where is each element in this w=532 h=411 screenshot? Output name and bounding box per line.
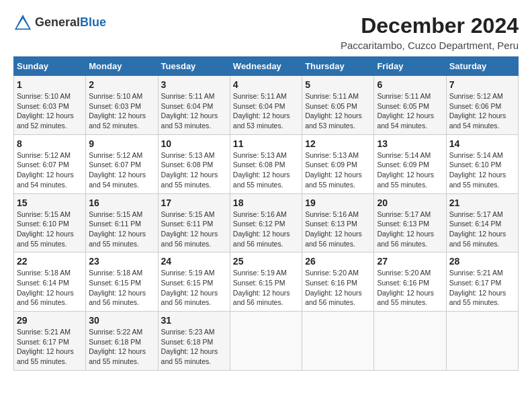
day-detail: Sunrise: 5:15 AMSunset: 6:10 PMDaylight:… xyxy=(17,210,74,248)
calendar-week-3: 15 Sunrise: 5:15 AMSunset: 6:10 PMDaylig… xyxy=(14,193,519,253)
day-number: 5 xyxy=(305,79,371,90)
calendar-week-2: 8 Sunrise: 5:12 AMSunset: 6:07 PMDayligh… xyxy=(14,134,519,193)
day-number: 21 xyxy=(449,197,515,208)
weekday-header-tuesday: Tuesday xyxy=(158,57,230,76)
calendar-cell: 13 Sunrise: 5:14 AMSunset: 6:09 PMDaylig… xyxy=(374,134,446,193)
day-detail: Sunrise: 5:10 AMSunset: 6:03 PMDaylight:… xyxy=(89,92,146,130)
weekday-header-saturday: Saturday xyxy=(446,57,518,76)
calendar-cell: 24 Sunrise: 5:19 AMSunset: 6:15 PMDaylig… xyxy=(158,253,230,312)
day-detail: Sunrise: 5:19 AMSunset: 6:15 PMDaylight:… xyxy=(161,269,218,306)
day-number: 28 xyxy=(449,256,515,267)
title-area: December 2024 Paccaritambo, Cuzco Depart… xyxy=(341,13,519,51)
calendar-cell: 5 Sunrise: 5:11 AMSunset: 6:05 PMDayligh… xyxy=(302,76,374,135)
calendar-cell: 21 Sunrise: 5:17 AMSunset: 6:14 PMDaylig… xyxy=(446,193,518,253)
day-number: 19 xyxy=(305,197,371,208)
calendar-cell: 2 Sunrise: 5:10 AMSunset: 6:03 PMDayligh… xyxy=(86,76,158,135)
calendar-cell: 10 Sunrise: 5:13 AMSunset: 6:08 PMDaylig… xyxy=(158,134,230,193)
calendar-week-1: 1 Sunrise: 5:10 AMSunset: 6:03 PMDayligh… xyxy=(14,76,519,135)
day-number: 12 xyxy=(305,138,371,149)
day-number: 24 xyxy=(161,256,227,267)
day-detail: Sunrise: 5:18 AMSunset: 6:14 PMDaylight:… xyxy=(17,269,74,306)
calendar-cell: 9 Sunrise: 5:12 AMSunset: 6:07 PMDayligh… xyxy=(86,134,158,193)
day-detail: Sunrise: 5:15 AMSunset: 6:11 PMDaylight:… xyxy=(161,210,218,248)
day-detail: Sunrise: 5:13 AMSunset: 6:08 PMDaylight:… xyxy=(161,151,218,189)
calendar-cell xyxy=(302,312,374,371)
calendar-body: 1 Sunrise: 5:10 AMSunset: 6:03 PMDayligh… xyxy=(14,76,519,371)
calendar-cell xyxy=(230,312,302,371)
day-number: 26 xyxy=(305,256,371,267)
calendar-table: SundayMondayTuesdayWednesdayThursdayFrid… xyxy=(13,56,519,371)
day-number: 1 xyxy=(17,79,83,90)
calendar-subtitle: Paccaritambo, Cuzco Department, Peru xyxy=(341,40,519,51)
generalblue-icon xyxy=(13,13,32,32)
day-number: 27 xyxy=(377,256,443,267)
day-number: 20 xyxy=(377,197,443,208)
logo-general: General xyxy=(35,16,80,30)
calendar-cell: 1 Sunrise: 5:10 AMSunset: 6:03 PMDayligh… xyxy=(14,76,86,135)
calendar-cell: 20 Sunrise: 5:17 AMSunset: 6:13 PMDaylig… xyxy=(374,193,446,253)
calendar-cell: 25 Sunrise: 5:19 AMSunset: 6:15 PMDaylig… xyxy=(230,253,302,312)
weekday-header-monday: Monday xyxy=(86,57,158,76)
day-detail: Sunrise: 5:17 AMSunset: 6:14 PMDaylight:… xyxy=(449,210,506,248)
calendar-cell: 12 Sunrise: 5:13 AMSunset: 6:09 PMDaylig… xyxy=(302,134,374,193)
day-number: 25 xyxy=(233,256,299,267)
day-number: 2 xyxy=(89,79,154,90)
weekday-header-wednesday: Wednesday xyxy=(230,57,302,76)
day-detail: Sunrise: 5:21 AMSunset: 6:17 PMDaylight:… xyxy=(17,328,74,365)
day-detail: Sunrise: 5:17 AMSunset: 6:13 PMDaylight:… xyxy=(377,210,434,248)
day-detail: Sunrise: 5:19 AMSunset: 6:15 PMDaylight:… xyxy=(233,269,290,306)
calendar-cell: 8 Sunrise: 5:12 AMSunset: 6:07 PMDayligh… xyxy=(14,134,86,193)
calendar-cell: 11 Sunrise: 5:13 AMSunset: 6:08 PMDaylig… xyxy=(230,134,302,193)
day-number: 4 xyxy=(233,79,299,90)
day-detail: Sunrise: 5:11 AMSunset: 6:05 PMDaylight:… xyxy=(377,92,434,130)
logo: General Blue xyxy=(13,13,106,32)
day-detail: Sunrise: 5:15 AMSunset: 6:11 PMDaylight:… xyxy=(89,210,146,248)
calendar-cell: 16 Sunrise: 5:15 AMSunset: 6:11 PMDaylig… xyxy=(86,193,158,253)
day-detail: Sunrise: 5:22 AMSunset: 6:18 PMDaylight:… xyxy=(89,328,146,365)
calendar-cell: 3 Sunrise: 5:11 AMSunset: 6:04 PMDayligh… xyxy=(158,76,230,135)
day-detail: Sunrise: 5:18 AMSunset: 6:15 PMDaylight:… xyxy=(89,269,146,306)
day-detail: Sunrise: 5:10 AMSunset: 6:03 PMDaylight:… xyxy=(17,92,74,130)
calendar-cell xyxy=(374,312,446,371)
day-number: 22 xyxy=(17,256,83,267)
logo-blue: Blue xyxy=(80,16,106,30)
calendar-cell: 31 Sunrise: 5:23 AMSunset: 6:18 PMDaylig… xyxy=(158,312,230,371)
day-detail: Sunrise: 5:13 AMSunset: 6:09 PMDaylight:… xyxy=(305,151,362,189)
day-detail: Sunrise: 5:11 AMSunset: 6:04 PMDaylight:… xyxy=(161,92,218,130)
day-detail: Sunrise: 5:11 AMSunset: 6:04 PMDaylight:… xyxy=(233,92,290,130)
day-number: 18 xyxy=(233,197,299,208)
day-number: 7 xyxy=(449,79,515,90)
day-number: 29 xyxy=(17,315,83,326)
day-detail: Sunrise: 5:21 AMSunset: 6:17 PMDaylight:… xyxy=(449,269,506,306)
day-number: 3 xyxy=(161,79,227,90)
day-number: 23 xyxy=(89,256,154,267)
day-number: 15 xyxy=(17,197,83,208)
day-number: 17 xyxy=(161,197,227,208)
day-detail: Sunrise: 5:23 AMSunset: 6:18 PMDaylight:… xyxy=(161,328,218,365)
day-detail: Sunrise: 5:12 AMSunset: 6:07 PMDaylight:… xyxy=(17,151,74,189)
day-number: 16 xyxy=(89,197,154,208)
day-number: 9 xyxy=(89,138,154,149)
day-number: 14 xyxy=(449,138,515,149)
calendar-cell: 15 Sunrise: 5:15 AMSunset: 6:10 PMDaylig… xyxy=(14,193,86,253)
calendar-week-4: 22 Sunrise: 5:18 AMSunset: 6:14 PMDaylig… xyxy=(14,253,519,312)
calendar-cell: 18 Sunrise: 5:16 AMSunset: 6:12 PMDaylig… xyxy=(230,193,302,253)
calendar-cell xyxy=(446,312,518,371)
calendar-week-5: 29 Sunrise: 5:21 AMSunset: 6:17 PMDaylig… xyxy=(14,312,519,371)
logo-text: General Blue xyxy=(35,16,106,30)
weekday-header-thursday: Thursday xyxy=(302,57,374,76)
calendar-cell: 14 Sunrise: 5:14 AMSunset: 6:10 PMDaylig… xyxy=(446,134,518,193)
calendar-cell: 17 Sunrise: 5:15 AMSunset: 6:11 PMDaylig… xyxy=(158,193,230,253)
day-detail: Sunrise: 5:20 AMSunset: 6:16 PMDaylight:… xyxy=(377,269,434,306)
day-number: 31 xyxy=(161,315,227,326)
day-detail: Sunrise: 5:20 AMSunset: 6:16 PMDaylight:… xyxy=(305,269,362,306)
calendar-cell: 6 Sunrise: 5:11 AMSunset: 6:05 PMDayligh… xyxy=(374,76,446,135)
calendar-cell: 23 Sunrise: 5:18 AMSunset: 6:15 PMDaylig… xyxy=(86,253,158,312)
calendar-cell: 19 Sunrise: 5:16 AMSunset: 6:13 PMDaylig… xyxy=(302,193,374,253)
calendar-title: December 2024 xyxy=(341,13,519,38)
calendar-header-row: SundayMondayTuesdayWednesdayThursdayFrid… xyxy=(14,57,519,76)
day-detail: Sunrise: 5:12 AMSunset: 6:07 PMDaylight:… xyxy=(89,151,146,189)
day-number: 10 xyxy=(161,138,227,149)
weekday-header-friday: Friday xyxy=(374,57,446,76)
calendar-cell: 29 Sunrise: 5:21 AMSunset: 6:17 PMDaylig… xyxy=(14,312,86,371)
